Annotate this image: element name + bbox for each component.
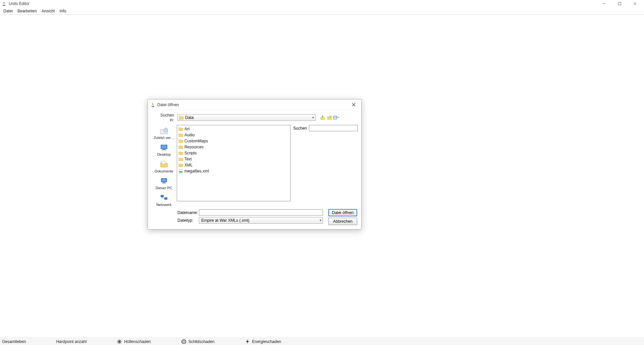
list-item[interactable]: CustomMaps <box>178 138 290 144</box>
svg-rect-21 <box>161 195 164 197</box>
cancel-button[interactable]: Abbrechen <box>328 218 357 225</box>
lookin-label: Suchen in: <box>159 113 174 122</box>
menu-bearbeiten[interactable]: Bearbeiten <box>15 8 39 14</box>
pc-icon <box>159 177 169 185</box>
place-label: Netzwerk <box>156 203 172 207</box>
place-label: Dokumente <box>155 169 173 173</box>
folder-icon <box>178 133 183 137</box>
svg-rect-13 <box>161 145 167 148</box>
list-item[interactable]: Art <box>178 126 290 132</box>
place-recent[interactable]: Zuletzt ver… <box>152 126 176 140</box>
chevron-down-icon: ▾ <box>312 116 314 119</box>
list-item[interactable]: Scripts <box>178 150 290 156</box>
svg-point-29 <box>182 340 186 344</box>
close-button[interactable] <box>627 0 643 7</box>
place-network[interactable]: Netzwerk <box>152 193 176 207</box>
chevron-down-icon: ▾ <box>320 218 321 222</box>
list-item[interactable]: megafiles.xml <box>178 168 290 174</box>
view-menu-button[interactable] <box>333 115 339 121</box>
places-bar: Zuletzt ver… Desktop Dokumente Dieser PC <box>151 125 177 207</box>
filetype-label: Dateityp: <box>177 218 196 223</box>
search-panel: Suchen <box>290 125 358 207</box>
list-item[interactable]: XML <box>178 162 290 168</box>
recent-icon <box>159 126 169 135</box>
svg-rect-1 <box>618 2 621 5</box>
svg-rect-19 <box>163 182 165 183</box>
bolt-icon <box>245 339 250 344</box>
app-titlebar: Units Editor <box>0 0 644 7</box>
menu-datei[interactable]: Datei <box>1 8 15 14</box>
svg-rect-8 <box>333 116 337 119</box>
place-label: Zuletzt ver… <box>154 136 174 140</box>
ring-icon <box>181 339 186 344</box>
svg-rect-14 <box>163 149 165 150</box>
folder-icon <box>179 116 184 120</box>
list-item[interactable]: Resources <box>178 144 290 150</box>
place-desktop[interactable]: Desktop <box>152 143 176 156</box>
folder-icon <box>178 127 183 131</box>
network-icon <box>159 193 169 202</box>
filename-input[interactable] <box>199 209 323 216</box>
folder-icon <box>178 145 183 149</box>
place-label: Dieser PC <box>156 186 172 190</box>
list-item[interactable]: Text <box>178 156 290 162</box>
status-bar: Gesamtleben Hardpoint anzahl Hüllenschad… <box>0 338 644 345</box>
menu-bar: Datei Bearbeiten Ansicht Info <box>0 7 644 15</box>
search-label: Suchen <box>293 125 307 131</box>
up-one-level-button[interactable] <box>320 115 326 121</box>
status-gesamtleben: Gesamtleben <box>2 339 26 344</box>
dialog-titlebar: Datei öffnen <box>148 99 361 110</box>
file-open-dialog: Datei öffnen Suchen in: Data ▾ ✦ <box>148 99 362 229</box>
java-app-icon <box>151 102 155 107</box>
svg-rect-16 <box>162 161 165 164</box>
dialog-title: Datei öffnen <box>157 102 179 107</box>
dialog-toolbar: ✦ <box>320 115 339 121</box>
main-area: Datei öffnen Suchen in: Data ▾ ✦ <box>0 15 644 338</box>
new-folder-button[interactable]: ✦ <box>326 115 332 121</box>
lookin-row: Suchen in: Data ▾ ✦ <box>151 113 358 122</box>
menu-ansicht[interactable]: Ansicht <box>40 8 57 14</box>
dialog-bottom: Dateiname: Dateityp: Empire at War XMLs … <box>151 209 358 224</box>
filetype-combobox[interactable]: Empire at War XMLs (.xml) ▾ <box>199 217 323 224</box>
list-item[interactable]: Audio <box>178 132 290 138</box>
svg-rect-24 <box>179 171 182 172</box>
status-energieschaden: Energieschaden <box>245 339 281 344</box>
folder-icon <box>178 151 183 155</box>
svg-text:✦: ✦ <box>329 115 332 118</box>
minimize-button[interactable] <box>596 0 612 7</box>
filetype-value: Empire at War XMLs (.xml) <box>201 218 250 223</box>
folder-icon <box>178 139 183 143</box>
java-app-icon <box>1 1 7 6</box>
app-title: Units Editor <box>9 1 30 6</box>
desktop-icon <box>159 143 169 152</box>
folder-icon <box>178 157 183 161</box>
svg-rect-15 <box>162 150 166 150</box>
dialog-close-button[interactable] <box>348 101 359 109</box>
search-input[interactable] <box>309 125 358 131</box>
dialog-action-buttons: Datei öffnen Abbrechen <box>328 209 357 225</box>
place-label: Desktop <box>157 152 171 156</box>
window-controls <box>596 0 643 7</box>
open-button[interactable]: Datei öffnen <box>328 209 357 216</box>
lookin-value: Data <box>185 115 194 120</box>
burst-icon <box>117 339 122 344</box>
status-huellenschaden: Hüllenschaden <box>117 339 151 344</box>
svg-rect-18 <box>162 179 166 182</box>
status-schildschaden: Schildschaden <box>181 339 215 344</box>
file-list[interactable]: Art Audio CustomMaps Resources Scripts T… <box>177 125 291 201</box>
place-thispc[interactable]: Dieser PC <box>152 177 176 190</box>
xml-file-icon <box>178 169 183 174</box>
lookin-combobox[interactable]: Data ▾ <box>177 114 316 121</box>
svg-point-30 <box>183 341 184 342</box>
folder-icon <box>178 163 183 167</box>
maximize-button[interactable] <box>612 0 627 7</box>
place-documents[interactable]: Dokumente <box>152 160 176 173</box>
menu-info[interactable]: Info <box>57 8 68 14</box>
status-hardpoint: Hardpoint anzahl <box>56 339 87 344</box>
svg-rect-20 <box>162 183 166 184</box>
filename-label: Dateiname: <box>177 210 196 215</box>
documents-icon <box>159 160 169 168</box>
